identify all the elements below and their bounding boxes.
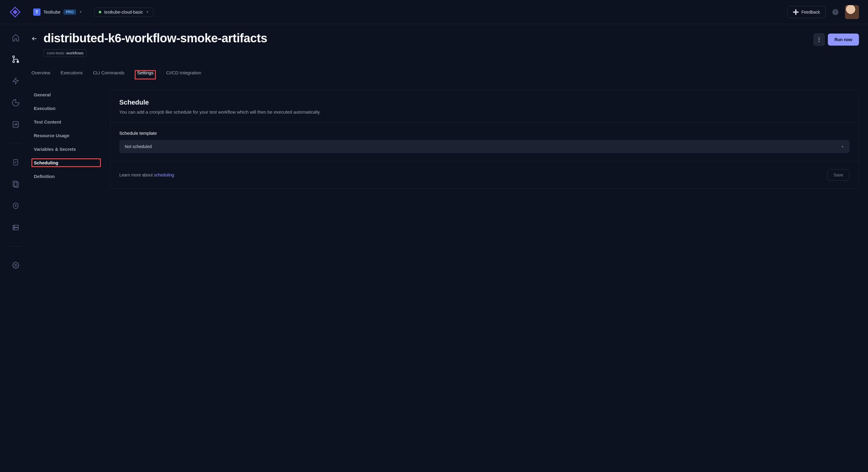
environment-name: testkube-cloud-basic [104, 10, 143, 14]
topbar-left: T Testkube PRO ▼ testkube-cloud-basic ▼ [9, 6, 153, 18]
layout: distributed-k6-workflow-smoke-artifacts … [0, 24, 868, 472]
settings-nav-scheduling[interactable]: Scheduling [31, 158, 101, 167]
tag-chip: core-tests: workflows [43, 49, 87, 57]
status-icon[interactable] [11, 120, 20, 129]
svg-point-19 [818, 37, 819, 38]
feedback-button[interactable]: Feedback [787, 6, 826, 18]
svg-point-15 [14, 226, 14, 227]
rail-divider [10, 143, 22, 144]
home-icon[interactable] [11, 33, 20, 42]
chevron-down-icon: ▼ [841, 145, 844, 148]
settings-nav-general[interactable]: General [31, 90, 101, 99]
panel-field-section: Schedule template Not scheduled ▼ [110, 123, 859, 161]
slack-icon [793, 9, 799, 15]
select-value: Not scheduled [125, 144, 152, 149]
svg-point-12 [15, 205, 16, 206]
page-header: distributed-k6-workflow-smoke-artifacts … [31, 31, 859, 57]
tab-ci-cd-integration[interactable]: CI/CD Integration [166, 70, 201, 80]
topbar-right: Feedback ? [787, 5, 859, 19]
environment-selector[interactable]: testkube-cloud-basic ▼ [94, 7, 153, 17]
panel-title: Schedule [119, 98, 849, 106]
title-block: distributed-k6-workflow-smoke-artifacts … [43, 31, 807, 57]
tab-overview[interactable]: Overview [31, 70, 51, 80]
settings-nav-execution[interactable]: Execution [31, 104, 101, 113]
svg-point-20 [818, 39, 819, 40]
settings-nav-resource-usage[interactable]: Resource Usage [31, 131, 101, 140]
chevron-down-icon: ▼ [79, 10, 82, 13]
svg-point-16 [14, 229, 14, 229]
svg-marker-1 [13, 10, 18, 14]
triggers-icon[interactable] [11, 77, 20, 85]
back-button[interactable] [31, 31, 37, 42]
tab-cli-commands[interactable]: CLI Commands [93, 70, 124, 80]
panel-header-section: Schedule You can add a cronjob like sche… [110, 91, 859, 122]
topbar: T Testkube PRO ▼ testkube-cloud-basic ▼ … [0, 0, 868, 24]
tab-settings[interactable]: Settings [135, 70, 156, 80]
checklist-icon[interactable] [11, 158, 20, 167]
settings-icon[interactable] [11, 261, 20, 269]
pro-badge: PRO [63, 9, 76, 15]
tab-executions[interactable]: Executions [61, 70, 83, 80]
svg-point-21 [818, 41, 819, 42]
ellipsis-vertical-icon [818, 37, 820, 42]
tag-value: workflows [66, 51, 83, 55]
docs-icon[interactable] [11, 180, 20, 188]
content-row: GeneralExecutionTest ContentResource Usa… [31, 90, 859, 189]
user-avatar[interactable] [845, 5, 859, 19]
svg-rect-3 [795, 9, 797, 15]
settings-nav-definition[interactable]: Definition [31, 172, 101, 181]
more-actions-button[interactable] [813, 33, 825, 46]
learn-more-text: Learn more about scheduling [119, 173, 174, 177]
header-actions: Run now [813, 31, 859, 46]
security-icon[interactable] [11, 202, 20, 210]
app-logo[interactable] [9, 6, 21, 18]
svg-point-6 [17, 61, 19, 63]
settings-nav-test-content[interactable]: Test Content [31, 118, 101, 126]
schedule-template-label: Schedule template [119, 130, 849, 136]
left-rail [0, 24, 31, 472]
learn-prefix: Learn more about [119, 173, 154, 177]
main-content: distributed-k6-workflow-smoke-artifacts … [31, 24, 868, 472]
save-button[interactable]: Save [827, 169, 849, 181]
schedule-panel: Schedule You can add a cronjob like sche… [110, 90, 859, 189]
svg-point-4 [13, 56, 14, 58]
run-now-button[interactable]: Run now [828, 33, 859, 46]
org-selector[interactable]: T Testkube PRO ▼ [33, 8, 82, 16]
svg-point-5 [13, 61, 14, 63]
org-name: Testkube [43, 10, 60, 14]
scheduling-link[interactable]: scheduling [154, 173, 174, 177]
rail-divider [10, 246, 22, 246]
page-title: distributed-k6-workflow-smoke-artifacts [43, 31, 807, 45]
feedback-label: Feedback [802, 10, 820, 14]
storage-icon[interactable] [11, 223, 20, 232]
tabs: OverviewExecutionsCLI CommandsSettingsCI… [31, 70, 859, 80]
panel-description: You can add a cronjob like schedule for … [119, 109, 849, 115]
svg-marker-7 [13, 78, 19, 84]
settings-nav-variables-secrets[interactable]: Variables & Secrets [31, 145, 101, 153]
help-button[interactable]: ? [832, 9, 838, 15]
panel-footer-section: Learn more about scheduling Save [110, 161, 859, 188]
insights-icon[interactable] [11, 98, 20, 107]
tag-key: core-tests: [47, 51, 65, 55]
settings-nav: GeneralExecutionTest ContentResource Usa… [31, 90, 101, 189]
org-avatar: T [33, 8, 40, 16]
chevron-down-icon: ▼ [146, 10, 149, 13]
status-dot-icon [99, 11, 101, 13]
schedule-template-select[interactable]: Not scheduled ▼ [119, 140, 849, 153]
workflows-icon[interactable] [11, 55, 20, 63]
svg-point-17 [15, 264, 17, 266]
